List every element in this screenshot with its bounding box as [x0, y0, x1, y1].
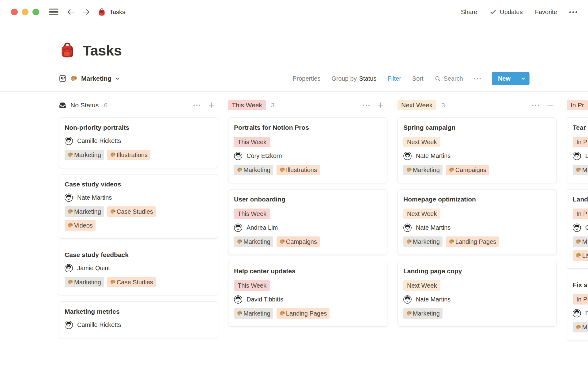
column-actions [363, 102, 384, 109]
task-card[interactable]: Fix sIn PDM [567, 275, 588, 340]
tag-label: Marketing [74, 151, 101, 159]
column-more-button[interactable] [194, 102, 200, 109]
tag-chip: Marketing [234, 308, 273, 319]
palette-icon [110, 152, 116, 158]
group-by-value: Status [359, 75, 377, 82]
palette-icon [575, 324, 582, 330]
breadcrumb[interactable]: Tasks [98, 8, 125, 16]
avatar [65, 194, 73, 202]
tag-label: M [582, 238, 587, 245]
sidebar-menu-icon[interactable] [49, 9, 58, 16]
new-dropdown-button[interactable] [517, 72, 530, 85]
column-count: 3 [271, 102, 275, 109]
card-status-row: In P [573, 209, 588, 219]
task-card[interactable]: Help center updatesThis WeekDavid Tibbit… [228, 261, 387, 327]
status-label: Next Week [407, 282, 437, 289]
page-backpack-icon[interactable] [59, 42, 76, 59]
share-button[interactable]: Share [461, 9, 477, 16]
column-more-button[interactable] [363, 102, 370, 109]
task-card[interactable]: Portraits for Notion ProsThis WeekCory E… [228, 117, 387, 183]
check-icon [489, 8, 497, 16]
task-card[interactable]: Non-priority portraitsCamille RickettsMa… [59, 117, 218, 168]
column-header: This Week3 [228, 100, 387, 111]
palette-icon [406, 239, 412, 245]
group-by-button[interactable]: Group by Status [331, 75, 376, 82]
card-title: Help center updates [234, 267, 382, 275]
palette-icon [237, 310, 243, 316]
sort-button[interactable]: Sort [412, 75, 424, 82]
favorite-button[interactable]: Favorite [535, 9, 557, 16]
assignee-name: Nate Martins [77, 194, 112, 201]
view-more-button[interactable] [474, 75, 481, 82]
column-more-button[interactable] [532, 102, 539, 109]
status-chip: This Week [234, 209, 270, 219]
column-add-button[interactable] [377, 102, 384, 109]
tag-chip: Campaigns [277, 236, 320, 247]
new-button-label[interactable]: New [492, 72, 517, 85]
status-label: In P [576, 296, 587, 303]
card-status-row: Next Week [403, 137, 551, 147]
back-arrow-icon[interactable] [66, 7, 76, 17]
palette-icon [575, 252, 582, 259]
status-label: Next Week [407, 139, 437, 146]
column-title-badge[interactable]: This Week [228, 100, 266, 110]
status-label: This Week [238, 210, 266, 217]
column-add-button[interactable] [208, 102, 215, 109]
task-card[interactable]: User onboardingThis WeekAndrea LimMarket… [228, 189, 387, 255]
assignee-name: C [585, 224, 588, 231]
card-title: Spring campaign [403, 124, 551, 131]
task-card[interactable]: Case study feedbackJamie QuintMarketingC… [59, 245, 218, 295]
tag-chip: Case Studies [107, 206, 156, 217]
avatar [403, 224, 412, 232]
forward-arrow-icon[interactable] [81, 7, 90, 17]
avatar [65, 264, 73, 272]
tag-label: Marketing [74, 208, 101, 215]
new-button[interactable]: New [492, 72, 530, 85]
assignee-name: Andrea Lim [247, 224, 278, 231]
task-card[interactable]: Homepage optimizationNext WeekNate Marti… [398, 189, 557, 255]
filter-button[interactable]: Filter [387, 75, 401, 82]
search-button[interactable]: Search [435, 75, 463, 82]
card-status-row: This Week [234, 137, 382, 147]
palette-icon [70, 75, 78, 82]
kanban-board: No Status6Non-priority portraitsCamille … [0, 92, 588, 347]
inbox-icon [59, 102, 66, 109]
card-assignee: Nate Martins [65, 194, 212, 202]
tag-label: Marketing [74, 279, 101, 286]
card-assignee: Camille Ricketts [65, 321, 212, 329]
view-switcher[interactable]: Marketing [59, 75, 120, 82]
assignee-name: Nate Martins [416, 152, 450, 159]
close-window-button[interactable] [11, 9, 18, 15]
assignee-name: D [585, 310, 588, 317]
column-title-badge[interactable]: In Pr [567, 100, 588, 110]
column-title-badge[interactable]: Next Week [398, 100, 436, 110]
updates-button[interactable]: Updates [489, 8, 523, 16]
properties-button[interactable]: Properties [292, 75, 320, 82]
task-card[interactable]: TearIn PDM [567, 117, 588, 183]
board-column: No Status6Non-priority portraitsCamille … [59, 100, 218, 344]
task-card[interactable]: Spring campaignNext WeekNate MartinsMark… [398, 117, 557, 183]
more-options-button[interactable] [569, 11, 577, 13]
avatar [403, 295, 412, 304]
palette-icon [110, 279, 116, 285]
assignee-name: Jamie Quint [77, 265, 110, 272]
card-assignee: Cory Etzkorn [234, 152, 382, 160]
minimize-window-button[interactable] [22, 9, 28, 15]
palette-icon [449, 167, 455, 173]
task-card[interactable]: Marketing metricsCamille Ricketts [59, 301, 218, 338]
window-titlebar: Tasks Share Updates Favorite [0, 0, 588, 24]
zoom-window-button[interactable] [32, 9, 39, 15]
status-chip: In P [573, 137, 588, 147]
card-tag-row: M [573, 322, 588, 332]
tag-chip: Marketing [65, 277, 104, 287]
task-card[interactable]: LandIn PCMLa [567, 189, 588, 269]
task-card[interactable]: Case study videosNate MartinsMarketingCa… [59, 174, 218, 239]
card-tag-row: MarketingIllustrations [234, 165, 382, 175]
column-add-button[interactable] [546, 102, 554, 109]
card-title: Fix s [573, 281, 588, 289]
task-card[interactable]: Landing page copyNext WeekNate MartinsMa… [398, 261, 557, 327]
tag-chip: La [573, 250, 588, 261]
palette-icon [279, 167, 285, 173]
column-title[interactable]: No Status [59, 102, 99, 109]
status-label: This Week [238, 282, 266, 289]
